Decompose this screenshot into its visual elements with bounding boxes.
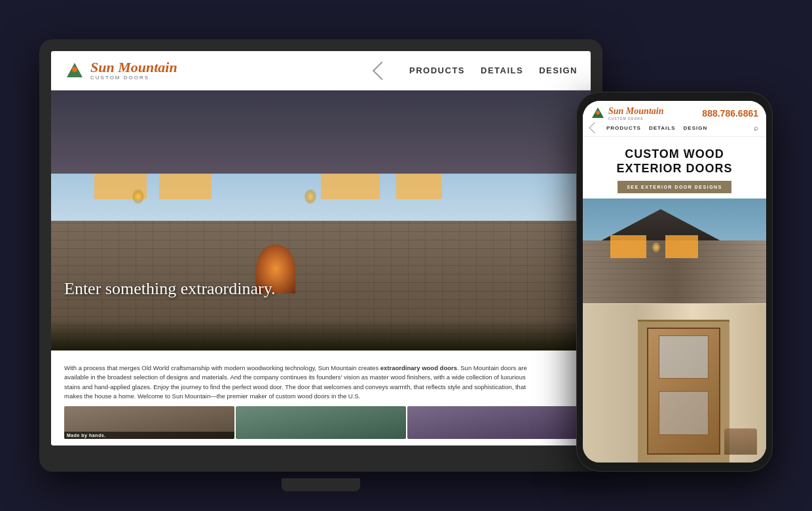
desktop-mockup: Sun Mountain CUSTOM DOORS PRODUCTS DETAI… <box>39 39 602 472</box>
desktop-thumbnails: Made by hands. <box>64 406 578 439</box>
mobile-title-section: CUSTOM WOOD EXTERIOR DOORS SEE EXTERIOR … <box>583 137 766 199</box>
mobile-nav: PRODUCTS DETAILS DESIGN ⌕ <box>591 123 758 132</box>
mobile-content: CUSTOM WOOD EXTERIOR DOORS SEE EXTERIOR … <box>583 137 766 463</box>
mobile-logo-icon <box>591 106 605 121</box>
hero-tagline: Enter something extraordinary. <box>64 279 276 299</box>
thumbnail-3[interactable] <box>407 406 578 439</box>
desktop-nav-products[interactable]: PRODUCTS <box>409 66 465 75</box>
desktop-logo-text: Sun Mountain CUSTOM DOORS <box>90 60 177 81</box>
desktop-brand-subtitle: CUSTOM DOORS <box>90 75 177 81</box>
mobile-windows <box>610 235 646 258</box>
mobile-nav-design[interactable]: DESIGN <box>684 125 708 131</box>
thumbnail-2[interactable] <box>236 406 406 439</box>
mobile-mockup: Sun Mountain CUSTOM DOORS 888.786.6861 P… <box>576 92 773 472</box>
mobile-logo-text: Sun Mountain CUSTOM DOORS <box>608 106 663 121</box>
desktop-brand-name: Sun Mountain <box>90 60 177 75</box>
desktop-nav: PRODUCTS DETAILS DESIGN <box>375 64 578 77</box>
mobile-furniture <box>724 428 757 455</box>
mobile-back-arrow-icon[interactable] <box>589 123 600 134</box>
mobile-phone-number[interactable]: 888.786.6861 <box>702 108 758 119</box>
mobile-door-panel <box>647 328 720 454</box>
thumbnail-1[interactable]: Made by hands. <box>64 406 234 439</box>
svg-point-2 <box>72 67 77 72</box>
desktop-stand <box>282 478 360 491</box>
desktop-hero: Enter something extraordinary. <box>51 90 591 350</box>
wall-light-left <box>132 189 144 204</box>
mobile-screen: Sun Mountain CUSTOM DOORS 888.786.6861 P… <box>583 101 766 463</box>
mobile-nav-products[interactable]: PRODUCTS <box>606 125 641 131</box>
desktop-logo-area: Sun Mountain CUSTOM DOORS <box>64 60 177 81</box>
desktop-body: With a process that merges Old World cra… <box>51 350 591 445</box>
mobile-cta-button[interactable]: SEE EXTERIOR DOOR DESIGNS <box>618 181 731 193</box>
desktop-nav-details[interactable]: DETAILS <box>481 66 523 75</box>
mobile-header-top: Sun Mountain CUSTOM DOORS 888.786.6861 <box>591 106 758 121</box>
desktop-nav-design[interactable]: DESIGN <box>539 66 578 75</box>
desktop-screen: Sun Mountain CUSTOM DOORS PRODUCTS DETAI… <box>51 51 591 445</box>
desktop-body-paragraph: With a process that merges Old World cra… <box>64 364 536 401</box>
desktop-header: Sun Mountain CUSTOM DOORS PRODUCTS DETAI… <box>51 51 591 90</box>
svg-point-5 <box>596 111 600 115</box>
mobile-house-image <box>583 199 766 303</box>
mobile-header: Sun Mountain CUSTOM DOORS 888.786.6861 P… <box>583 101 766 137</box>
mobile-main-title: CUSTOM WOOD EXTERIOR DOORS <box>591 147 758 176</box>
mobile-logo-area: Sun Mountain CUSTOM DOORS <box>591 106 663 121</box>
scene: Sun Mountain CUSTOM DOORS PRODUCTS DETAI… <box>20 13 792 498</box>
mobile-search-icon[interactable]: ⌕ <box>754 123 758 132</box>
mobile-door-image <box>583 303 766 463</box>
mobile-brand-subtitle: CUSTOM DOORS <box>608 117 663 121</box>
mobile-window-2 <box>665 235 698 258</box>
back-arrow-icon[interactable] <box>373 61 391 79</box>
thumb-1-label: Made by hands. <box>64 432 234 439</box>
mobile-brand-name: Sun Mountain <box>608 106 663 117</box>
mobile-nav-details[interactable]: DETAILS <box>649 125 676 131</box>
mobile-images <box>583 199 766 463</box>
hero-foreground <box>51 319 591 350</box>
desktop-logo-icon <box>64 60 85 81</box>
mobile-door-glass-2 <box>659 391 709 434</box>
mobile-door-glass-1 <box>659 335 709 379</box>
